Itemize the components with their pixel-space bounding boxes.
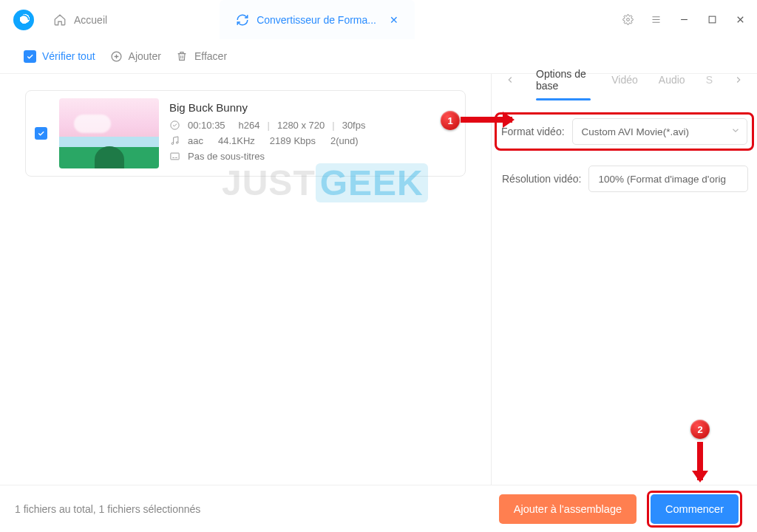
video-format-value: Custom AVI Movie(*.avi) [582, 126, 689, 137]
tab-options-video[interactable]: Vidéo [611, 74, 638, 86]
window-maximize-icon[interactable] [698, 6, 726, 34]
app-logo-icon [13, 10, 34, 30]
file-list-pane: Big Buck Bunny 00:10:35 h264 | 1280 x 72… [0, 74, 491, 485]
verify-all[interactable]: Vérifier tout [24, 50, 95, 63]
subtitle-icon [169, 151, 180, 162]
annotation-highlight-format: Format vidéo: Custom AVI Movie(*.avi) [495, 112, 754, 151]
trash-icon [176, 50, 189, 63]
tab-converter[interactable]: Convertisseur de Forma... ✕ [220, 0, 415, 39]
plus-circle-icon [110, 50, 123, 63]
tab-home-label: Accueil [74, 14, 107, 26]
annotation-arrow-2 [697, 442, 703, 480]
tab-options-base[interactable]: Options de base [536, 68, 591, 92]
file-vcodec: h264 [239, 120, 260, 131]
chevron-down-icon [730, 126, 741, 138]
window-minimize-icon[interactable] [670, 6, 698, 34]
file-arate: 44.1KHz [218, 135, 255, 146]
video-resolution-select[interactable]: 100% (Format d'image d'orig [588, 166, 748, 192]
add-to-assembly-button[interactable]: Ajouter à l'assemblage [499, 494, 637, 524]
file-card[interactable]: Big Buck Bunny 00:10:35 h264 | 1280 x 72… [25, 90, 466, 177]
video-info-icon [169, 120, 180, 131]
clear-label: Effacer [194, 50, 227, 62]
checkbox-checked-icon [24, 50, 36, 63]
tab-converter-label: Convertisseur de Forma... [257, 14, 376, 26]
verify-label: Vérifier tout [42, 50, 95, 62]
file-checkbox[interactable] [35, 127, 47, 140]
video-resolution-value: 100% (Format d'image d'orig [598, 174, 725, 185]
video-thumbnail [59, 98, 159, 168]
add-button[interactable]: Ajouter [110, 50, 161, 63]
options-pane: Options de base Vidéo Audio S Format vid… [491, 74, 757, 485]
annotation-badge-1: 1 [441, 111, 460, 130]
video-format-select[interactable]: Custom AVI Movie(*.avi) [572, 118, 747, 145]
video-resolution-label: Résolution vidéo: [502, 173, 581, 185]
file-acodec: aac [188, 135, 203, 146]
settings-icon[interactable] [614, 6, 642, 34]
annotation-badge-2: 2 [690, 420, 710, 439]
tab-home[interactable]: Accueil [47, 0, 123, 39]
refresh-icon [236, 13, 249, 27]
svg-rect-6 [171, 153, 179, 160]
annotation-highlight-start: Commencer [647, 491, 742, 528]
svg-rect-1 [709, 16, 716, 23]
home-icon [53, 13, 67, 27]
file-count-status: 1 fichiers au total, 1 fichiers sélectio… [15, 503, 200, 515]
music-note-icon [169, 135, 180, 146]
file-subtitle: Pas de sous-titres [188, 151, 265, 162]
svg-point-5 [176, 142, 178, 144]
svg-point-4 [172, 143, 174, 145]
tabs-next-icon[interactable] [733, 74, 744, 86]
titlebar: Accueil Convertisseur de Forma... ✕ [0, 0, 757, 39]
clear-button[interactable]: Effacer [176, 50, 227, 63]
tab-close-icon[interactable]: ✕ [390, 14, 398, 26]
file-title: Big Buck Bunny [169, 101, 458, 114]
file-resolution: 1280 x 720 [277, 120, 325, 131]
file-abitrate: 2189 Kbps [270, 135, 316, 146]
tab-options-more[interactable]: S [706, 74, 713, 86]
start-button[interactable]: Commencer [651, 494, 739, 524]
menu-icon[interactable] [642, 6, 670, 34]
status-bar: 1 fichiers au total, 1 fichiers sélectio… [0, 485, 757, 532]
window-close-icon[interactable] [726, 6, 754, 34]
file-fps: 30fps [342, 120, 366, 131]
svg-point-0 [626, 18, 629, 21]
file-duration: 00:10:35 [188, 120, 225, 131]
tab-options-audio[interactable]: Audio [659, 74, 685, 86]
annotation-arrow-1 [461, 117, 512, 123]
file-channels: 2(und) [330, 135, 359, 146]
add-label: Ajouter [129, 50, 161, 62]
tabs-prev-icon[interactable] [505, 74, 515, 86]
